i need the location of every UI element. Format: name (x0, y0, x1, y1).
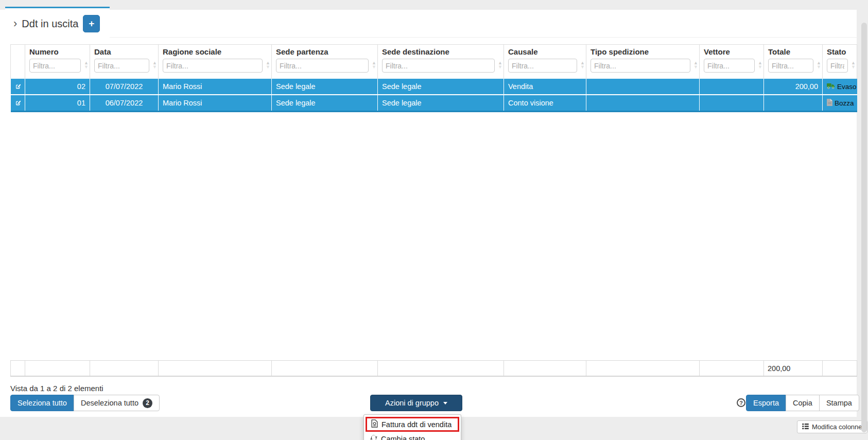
footer-cell-tipo_spedizione (586, 361, 700, 377)
footer-cell-data (90, 361, 159, 377)
sort-carets-icon[interactable]: ▲▼ (372, 61, 376, 69)
filter-input-data[interactable] (94, 59, 149, 73)
cell-numero: 01 (25, 95, 90, 112)
deselect-all-button[interactable]: Deseleziona tutto 2 (74, 395, 160, 411)
cell-tipo_spedizione (586, 95, 700, 112)
copy-button[interactable]: Copia (786, 395, 820, 411)
column-header-totale[interactable]: Totale▲▼ (764, 45, 823, 79)
footer-cell-ragione_sociale (159, 361, 272, 377)
chevron-right-icon: › (13, 19, 17, 29)
filter-input-tipo_spedizione[interactable] (591, 59, 690, 73)
column-label: Ragione sociale (159, 45, 271, 58)
sort-carets-icon[interactable]: ▲▼ (758, 61, 762, 69)
cell-tipo_spedizione (586, 79, 700, 95)
cell-causale: Conto visione (504, 95, 586, 112)
cell-vettore (700, 79, 764, 95)
invoice-icon (371, 419, 378, 429)
column-label: Sede partenza (272, 45, 377, 58)
columns-list-icon (802, 423, 809, 431)
column-label: Numero (25, 45, 90, 58)
filter-input-stato[interactable] (827, 59, 848, 73)
filter-input-sede_partenza[interactable] (276, 59, 369, 73)
add-document-button[interactable]: + (83, 15, 100, 32)
column-label: Vettore (700, 45, 763, 58)
filter-input-sede_destinazione[interactable] (382, 59, 495, 73)
column-header-tipo_spedizione[interactable]: Tipo spedizione▲▼ (586, 45, 700, 79)
cell-vettore (700, 95, 764, 112)
tabbar-divider (110, 37, 857, 38)
footer-cell-sede_destinazione (378, 361, 504, 377)
cell-ragione_sociale: Mario Rossi (159, 95, 272, 112)
column-header-vettore[interactable]: Vettore▲▼ (700, 45, 764, 79)
edit-row-icon[interactable] (15, 82, 21, 91)
filter-input-totale[interactable] (768, 59, 813, 73)
column-label: Totale (764, 45, 822, 58)
documents-table: Numero▲▼Data▲▼Ragione sociale▲▼Sede part… (10, 44, 857, 112)
vertical-scrollbar[interactable] (861, 23, 867, 432)
group-actions-button[interactable]: Azioni di gruppo (370, 395, 462, 411)
sort-carets-icon[interactable]: ▲▼ (580, 61, 585, 69)
cell-sede_destinazione: Sede legale (378, 95, 504, 112)
footer-cell-causale (504, 361, 586, 377)
table-footer-row: 200,00 (10, 360, 857, 377)
sort-carets-icon[interactable]: ▲▼ (851, 61, 856, 69)
table-row[interactable]: 0207/07/2022Mario RossiSede legaleSede l… (11, 79, 857, 95)
sort-carets-icon[interactable]: ▲▼ (84, 61, 89, 69)
filter-input-causale[interactable] (508, 59, 577, 73)
filter-input-numero[interactable] (29, 59, 81, 73)
export-button[interactable]: Esporta (746, 395, 786, 411)
filter-input-vettore[interactable] (704, 59, 755, 73)
refresh-icon (370, 434, 377, 440)
footer-total-value: 200,00 (764, 361, 823, 377)
column-label: Tipo spedizione (586, 45, 699, 58)
footer-cell-sede_partenza (272, 361, 378, 377)
results-summary: Vista da 1 a 2 di 2 elementi (10, 384, 103, 393)
edit-columns-button[interactable]: Modifica colonne (797, 420, 867, 433)
edit-row-icon[interactable] (15, 99, 21, 108)
help-icon[interactable]: ? (737, 398, 745, 407)
menu-item-cambia-stato[interactable]: Cambia stato (364, 432, 461, 440)
print-button[interactable]: Stampa (819, 395, 859, 411)
app-root: { "tab": { "chevron": "›", "title": "Ddt… (0, 0, 868, 440)
column-label: Causale (504, 45, 586, 58)
column-header-data[interactable]: Data▲▼ (90, 45, 159, 79)
group-actions-menu: Fattura ddt di venditaCambia stato (363, 414, 461, 440)
menu-item-fattura-ddt-di-vendita[interactable]: Fattura ddt di vendita (367, 418, 458, 430)
selection-button-group: Seleziona tutto Deseleziona tutto 2 (10, 395, 160, 411)
filter-input-ragione_sociale[interactable] (163, 59, 263, 73)
cell-ragione_sociale: Mario Rossi (159, 79, 272, 95)
column-label: Data (90, 45, 158, 58)
sort-carets-icon[interactable]: ▲▼ (693, 61, 698, 69)
column-header-numero[interactable]: Numero▲▼ (25, 45, 90, 79)
cell-data: 07/07/2022 (90, 79, 159, 95)
page-title: Ddt in uscita (22, 18, 78, 30)
status-badge: Bozza (823, 95, 857, 112)
sort-carets-icon[interactable]: ▲▼ (152, 61, 157, 69)
sort-carets-icon[interactable]: ▲▼ (498, 61, 502, 69)
footer-cell-numero (25, 361, 90, 377)
column-header-sede_partenza[interactable]: Sede partenza▲▼ (272, 45, 378, 79)
column-label: Sede destinazione (378, 45, 504, 58)
column-header-stato[interactable]: Stato▲▼ (823, 45, 857, 79)
column-header-sede_destinazione[interactable]: Sede destinazione▲▼ (378, 45, 504, 79)
cell-sede_partenza: Sede legale (272, 95, 378, 112)
plus-icon: + (89, 18, 94, 29)
sort-carets-icon[interactable]: ▲▼ (266, 61, 270, 69)
cell-data: 06/07/2022 (90, 95, 159, 112)
column-label: Stato (823, 45, 857, 58)
cell-totale: 200,00 (764, 79, 823, 95)
footer-cell-stato (823, 361, 857, 377)
footer-cell-vettore (700, 361, 764, 377)
select-all-button[interactable]: Seleziona tutto (10, 395, 74, 411)
cell-numero: 02 (25, 79, 90, 95)
column-header-ragione_sociale[interactable]: Ragione sociale▲▼ (159, 45, 272, 79)
tab-ddt-in-uscita[interactable]: › Ddt in uscita + (5, 7, 110, 43)
file-icon (827, 99, 832, 108)
status-badge: Evaso (823, 79, 857, 95)
selected-count-badge: 2 (143, 398, 152, 408)
table-row[interactable]: 0106/07/2022Mario RossiSede legaleSede l… (11, 95, 857, 112)
caret-down-icon (443, 402, 447, 404)
sort-carets-icon[interactable]: ▲▼ (817, 61, 821, 69)
cell-totale (764, 95, 823, 112)
column-header-causale[interactable]: Causale▲▼ (504, 45, 586, 79)
